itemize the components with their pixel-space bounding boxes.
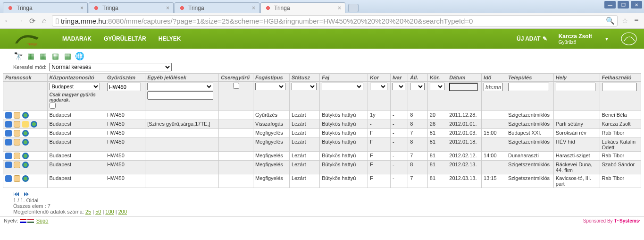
column-header[interactable]: Település: [506, 74, 554, 82]
row-globe-icon[interactable]: [22, 175, 29, 182]
filter-status[interactable]: [292, 83, 317, 90]
row-sheet-icon[interactable]: [14, 162, 20, 168]
column-header[interactable]: Kor: [368, 74, 391, 82]
filter-central-id[interactable]: Budapest: [50, 83, 100, 90]
row-sheet-icon[interactable]: [14, 153, 20, 159]
filter-user-input[interactable]: [602, 83, 637, 91]
browser-tab[interactable]: Tringa×: [175, 2, 259, 13]
row-edit-icon[interactable]: [22, 121, 29, 128]
row-globe-icon[interactable]: [31, 121, 37, 128]
new-data-button[interactable]: ÚJ ADAT ✎: [517, 35, 547, 42]
column-header[interactable]: Faj: [320, 74, 368, 82]
column-header[interactable]: Kör.: [427, 74, 447, 82]
user-menu-chevron-icon[interactable]: ▾: [605, 35, 608, 42]
row-bird-icon[interactable]: [5, 162, 12, 168]
column-header[interactable]: Idő: [482, 74, 506, 82]
filter-time-input[interactable]: [484, 83, 503, 91]
app-logo[interactable]: Tringa: [6, 30, 48, 48]
filter-othermark-select[interactable]: [147, 83, 213, 90]
page-size-link[interactable]: 200: [118, 209, 127, 214]
column-header[interactable]: Gyűrűszám: [105, 74, 145, 82]
tab-close-icon[interactable]: ×: [338, 5, 341, 11]
column-header[interactable]: Felhasználó: [600, 74, 641, 82]
row-globe-icon[interactable]: [22, 112, 29, 119]
row-sheet-icon[interactable]: [14, 121, 20, 128]
column-header[interactable]: Parancsok: [3, 74, 48, 82]
pager-last-button[interactable]: ⏭: [24, 190, 31, 197]
mme-logo[interactable]: [619, 31, 638, 47]
bookmark-star-icon[interactable]: ☆: [620, 17, 629, 25]
filter-sex[interactable]: [393, 83, 405, 90]
row-globe-icon[interactable]: [22, 139, 29, 146]
window-maximize-button[interactable]: ❐: [618, 1, 629, 9]
url-search-icon[interactable]: 🔍: [606, 17, 614, 25]
column-header[interactable]: Hely: [553, 74, 600, 82]
filter-exchangering-checkbox[interactable]: [233, 83, 239, 89]
filter-place-input[interactable]: [556, 83, 595, 91]
filter-circumstance[interactable]: [430, 83, 444, 90]
binoculars-icon[interactable]: 🔭: [13, 51, 24, 61]
row-sheet-icon[interactable]: [14, 175, 20, 182]
column-header[interactable]: Központazonosító: [47, 74, 105, 82]
column-header[interactable]: Áll.: [408, 74, 428, 82]
filter-date-input[interactable]: [449, 83, 478, 91]
tab-close-icon[interactable]: ×: [80, 5, 84, 11]
nav-back-button[interactable]: ←: [3, 16, 12, 26]
window-close-button[interactable]: ✕: [631, 1, 642, 9]
url-input[interactable]: ▯ tringa.mme.hu:8080/mme/captures/?page=…: [52, 15, 618, 26]
browser-tab[interactable]: Tringa×: [89, 2, 174, 13]
window-minimize-button[interactable]: —: [604, 1, 616, 9]
column-header[interactable]: Ivar: [390, 74, 408, 82]
row-bird-icon[interactable]: [5, 139, 12, 146]
column-header[interactable]: Dátum: [447, 74, 482, 82]
globe-icon[interactable]: 🌐: [75, 51, 85, 61]
page-size-link[interactable]: 100: [105, 209, 114, 214]
row-bird-icon[interactable]: [5, 153, 12, 159]
browser-tab[interactable]: Tringa×: [260, 2, 345, 13]
nav-rings[interactable]: GYŰRŰLELTÁR: [104, 35, 146, 42]
search-mode-select[interactable]: Normál keresés: [49, 63, 172, 71]
export-excel-3-icon[interactable]: ▦: [50, 51, 60, 61]
lang-hu-icon[interactable]: [27, 219, 34, 223]
row-bird-icon[interactable]: [5, 121, 12, 128]
row-bird-icon[interactable]: [5, 130, 12, 137]
filter-species[interactable]: [322, 83, 363, 90]
row-sheet-icon[interactable]: [14, 130, 20, 137]
filter-capture-type[interactable]: [255, 83, 285, 90]
help-link[interactable]: Súgó: [36, 218, 49, 223]
nav-forward-button[interactable]: →: [15, 16, 25, 26]
filter-hungarian-only-checkbox[interactable]: [50, 103, 56, 109]
column-header[interactable]: Fogástípus: [253, 74, 290, 82]
browser-tab[interactable]: Tringa×: [3, 2, 88, 13]
row-sheet-icon[interactable]: [14, 139, 20, 146]
page-size-link[interactable]: 50: [95, 209, 101, 214]
user-menu[interactable]: Karcza Zsolt Gyűrűző: [559, 33, 592, 45]
column-header[interactable]: Státusz: [289, 74, 319, 82]
lang-en-icon[interactable]: [20, 219, 26, 223]
row-globe-icon[interactable]: [22, 153, 29, 159]
pager-first-button[interactable]: ⏮: [13, 190, 21, 197]
nav-reload-button[interactable]: ⟳: [27, 16, 37, 26]
filter-condition[interactable]: [410, 83, 425, 90]
row-globe-icon[interactable]: [22, 130, 29, 137]
column-header[interactable]: Cseregyűrű: [219, 74, 253, 82]
row-globe-icon[interactable]: [22, 162, 29, 168]
row-sheet-icon[interactable]: [14, 112, 20, 119]
export-excel-1-icon[interactable]: ▦: [25, 51, 36, 61]
page-size-link[interactable]: 25: [85, 209, 91, 214]
new-tab-button[interactable]: [348, 4, 359, 12]
row-bird-icon[interactable]: [5, 112, 12, 119]
export-excel-4-icon[interactable]: ▦: [62, 51, 73, 61]
nav-places[interactable]: HELYEK: [159, 35, 181, 42]
chrome-menu-button[interactable]: ≡: [632, 16, 641, 26]
row-bird-icon[interactable]: [5, 175, 12, 182]
filter-othermark-input[interactable]: [147, 91, 213, 100]
tab-close-icon[interactable]: ×: [166, 5, 169, 11]
nav-birds[interactable]: MADARAK: [62, 35, 92, 42]
nav-home-button[interactable]: ⌂: [40, 16, 49, 26]
tab-close-icon[interactable]: ×: [252, 5, 255, 11]
column-header[interactable]: Egyéb jelölések: [145, 74, 219, 82]
filter-ring-input[interactable]: [107, 83, 141, 91]
export-excel-2-icon[interactable]: ▦: [38, 51, 48, 61]
filter-age[interactable]: [370, 83, 387, 90]
